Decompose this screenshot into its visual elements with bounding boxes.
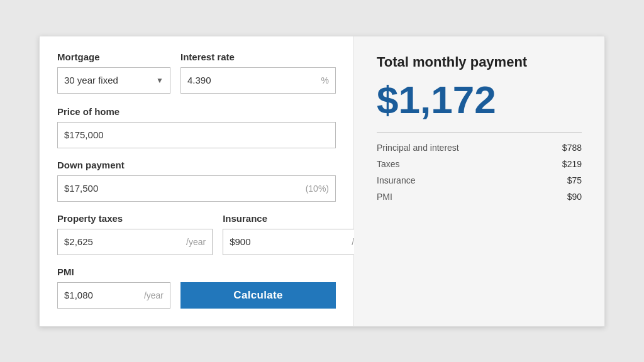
property-taxes-input[interactable] — [64, 236, 184, 247]
mortgage-label: Mortgage — [57, 52, 170, 62]
total-amount: $1,172 — [377, 80, 582, 119]
breakdown-value: $90 — [567, 192, 582, 202]
interest-rate-input-wrapper: % — [180, 67, 336, 94]
price-of-home-input-wrapper — [57, 122, 336, 148]
pmi-input-wrapper: /year — [57, 282, 170, 309]
breakdown-list: Principal and interest $788 Taxes $219 I… — [377, 143, 582, 202]
down-payment-input[interactable] — [64, 183, 306, 194]
breakdown-label: Insurance — [377, 175, 415, 185]
top-row: Mortgage 30 year fixed 15 year fixed 5/1… — [57, 52, 336, 94]
interest-rate-field-group: Interest rate % — [180, 52, 336, 94]
mortgage-field-group: Mortgage 30 year fixed 15 year fixed 5/1… — [57, 52, 170, 94]
left-panel: Mortgage 30 year fixed 15 year fixed 5/1… — [40, 36, 354, 326]
breakdown-row: Principal and interest $788 — [377, 143, 582, 153]
insurance-input[interactable] — [230, 236, 349, 247]
down-payment-group: Down payment (10%) — [57, 160, 336, 202]
price-of-home-label: Price of home — [57, 106, 336, 117]
breakdown-row: Taxes $219 — [377, 159, 582, 169]
property-taxes-suffix: /year — [186, 237, 206, 247]
pmi-input[interactable] — [64, 290, 142, 300]
breakdown-value: $219 — [562, 159, 582, 169]
pmi-group: PMI /year — [57, 266, 170, 309]
mortgage-select-wrapper[interactable]: 30 year fixed 15 year fixed 5/1 ARM ▼ — [57, 67, 170, 94]
property-taxes-label: Property taxes — [57, 213, 213, 224]
right-panel: Total monthly payment $1,172 Principal a… — [354, 36, 604, 326]
down-payment-input-wrapper: (10%) — [57, 175, 336, 202]
pmi-label: PMI — [57, 266, 170, 277]
interest-rate-suffix: % — [321, 75, 329, 85]
chevron-down-icon: ▼ — [156, 76, 164, 85]
divider — [377, 132, 582, 133]
calculate-button[interactable]: Calculate — [180, 282, 336, 309]
down-payment-pct: (10%) — [306, 184, 329, 194]
breakdown-row: PMI $90 — [377, 192, 582, 202]
breakdown-value: $788 — [562, 143, 582, 153]
down-payment-label: Down payment — [57, 160, 336, 170]
price-of-home-group: Price of home — [57, 106, 336, 148]
breakdown-label: PMI — [377, 192, 392, 202]
breakdown-label: Principal and interest — [377, 143, 459, 153]
property-taxes-input-wrapper: /year — [57, 229, 213, 255]
mortgage-select[interactable]: 30 year fixed 15 year fixed 5/1 ARM — [64, 75, 153, 85]
interest-rate-label: Interest rate — [180, 52, 336, 62]
panel-title: Total monthly payment — [377, 54, 582, 70]
interest-rate-input[interactable] — [187, 75, 319, 85]
price-of-home-input[interactable] — [64, 129, 329, 140]
breakdown-value: $75 — [567, 175, 582, 185]
taxes-insurance-row: Property taxes /year Insurance /year — [57, 213, 336, 255]
property-taxes-group: Property taxes /year — [57, 213, 213, 255]
pmi-suffix: /year — [144, 290, 164, 300]
breakdown-row: Insurance $75 — [377, 175, 582, 185]
breakdown-label: Taxes — [377, 159, 400, 169]
pmi-calculate-row: PMI /year Calculate — [57, 266, 336, 309]
